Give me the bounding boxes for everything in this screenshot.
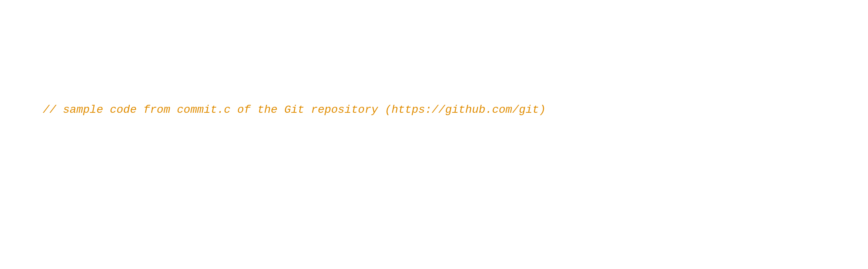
comment-text: // sample code from commit.c of the Git … — [43, 104, 546, 116]
the-word: the — [257, 104, 277, 116]
code-block: // sample code from commit.c of the Git … — [16, 12, 852, 269]
code-line-comment: // sample code from commit.c of the Git … — [16, 83, 852, 137]
code-line-blank — [16, 208, 852, 226]
